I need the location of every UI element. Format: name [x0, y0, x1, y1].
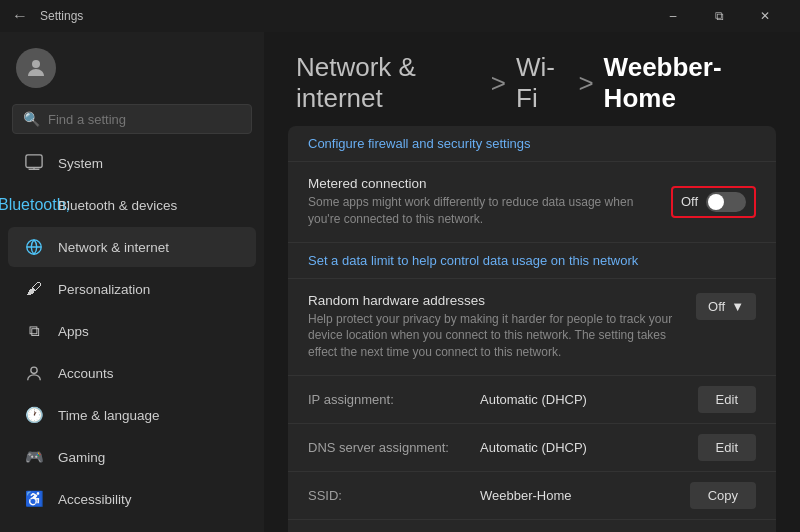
breadcrumb-sep-2: > [578, 68, 593, 99]
sidebar-profile [0, 32, 264, 100]
svg-rect-1 [26, 155, 42, 168]
metered-row: Metered connection Some apps might work … [288, 162, 776, 243]
bluetooth-icon: Bluetooth; [24, 195, 44, 215]
sidebar: 🔍 System Bluetooth; Bluetooth & devices … [0, 32, 264, 532]
sidebar-item-label-accessibility: Accessibility [58, 492, 132, 507]
table-row-dns: DNS server assignment: Automatic (DHCP) … [288, 424, 776, 472]
sidebar-item-gaming[interactable]: 🎮 Gaming [8, 437, 256, 477]
sidebar-item-bluetooth[interactable]: Bluetooth; Bluetooth & devices [8, 185, 256, 225]
table-row-ip: IP assignment: Automatic (DHCP) Edit [288, 376, 776, 424]
sidebar-item-privacy[interactable]: Privacy & security [8, 521, 256, 532]
close-button[interactable]: ✕ [742, 0, 788, 32]
sidebar-item-network[interactable]: Network & internet [8, 227, 256, 267]
search-box[interactable]: 🔍 [12, 104, 252, 134]
gaming-icon: 🎮 [24, 447, 44, 467]
breadcrumb-3: Weebber-Home [604, 52, 768, 114]
ip-key: IP assignment: [308, 392, 468, 407]
firewall-link[interactable]: Configure firewall and security settings [288, 126, 776, 162]
chevron-down-icon: ▼ [731, 299, 744, 314]
sidebar-item-label-accounts: Accounts [58, 366, 114, 381]
sidebar-item-label-network: Network & internet [58, 240, 169, 255]
apps-icon: ⧉ [24, 321, 44, 341]
hardware-dropdown-label: Off [708, 299, 725, 314]
sidebar-item-label-gaming: Gaming [58, 450, 105, 465]
accounts-icon [24, 363, 44, 383]
metered-info: Metered connection Some apps might work … [308, 176, 659, 228]
sidebar-item-label-personalization: Personalization [58, 282, 150, 297]
breadcrumb-1: Network & internet [296, 52, 481, 114]
network-icon [24, 237, 44, 257]
table-row-ssid: SSID: Weebber-Home Copy [288, 472, 776, 520]
table-row-protocol: Protocol: Wi-Fi 4 (802.11n) [288, 520, 776, 532]
dns-edit-button[interactable]: Edit [698, 434, 756, 461]
metered-desc: Some apps might work differently to redu… [308, 194, 659, 228]
hardware-desc: Help protect your privacy by making it h… [308, 311, 684, 361]
data-limit-link[interactable]: Set a data limit to help control data us… [288, 243, 776, 279]
dns-key: DNS server assignment: [308, 440, 468, 455]
sidebar-item-label-time: Time & language [58, 408, 160, 423]
sidebar-item-personalization[interactable]: 🖌 Personalization [8, 269, 256, 309]
svg-point-5 [31, 367, 37, 373]
sidebar-item-accounts[interactable]: Accounts [8, 353, 256, 393]
metered-toggle-container: Off [671, 186, 756, 218]
titlebar-title: Settings [40, 9, 83, 23]
time-icon: 🕐 [24, 405, 44, 425]
metered-toggle[interactable] [706, 192, 746, 212]
ssid-value: Weebber-Home [480, 488, 678, 503]
page-header: Network & internet > Wi-Fi > Weebber-Hom… [264, 32, 800, 126]
hardware-row: Random hardware addresses Help protect y… [288, 279, 776, 376]
ip-edit-button[interactable]: Edit [698, 386, 756, 413]
metered-label: Metered connection [308, 176, 659, 191]
avatar [16, 48, 56, 88]
hardware-info: Random hardware addresses Help protect y… [308, 293, 684, 361]
sidebar-item-accessibility[interactable]: ♿ Accessibility [8, 479, 256, 519]
sidebar-item-time[interactable]: 🕐 Time & language [8, 395, 256, 435]
search-input[interactable] [48, 112, 241, 127]
ssid-key: SSID: [308, 488, 468, 503]
back-button[interactable]: ← [12, 7, 28, 25]
main-content: Network & internet > Wi-Fi > Weebber-Hom… [264, 32, 800, 532]
app-body: 🔍 System Bluetooth; Bluetooth & devices … [0, 32, 800, 532]
titlebar-left: ← Settings [12, 7, 83, 25]
personalization-icon: 🖌 [24, 279, 44, 299]
svg-point-0 [32, 60, 40, 68]
minimize-button[interactable]: – [650, 0, 696, 32]
metered-toggle-label: Off [681, 194, 698, 209]
sidebar-item-apps[interactable]: ⧉ Apps [8, 311, 256, 351]
dns-value: Automatic (DHCP) [480, 440, 686, 455]
sidebar-item-label-bluetooth: Bluetooth & devices [58, 198, 177, 213]
system-icon [24, 153, 44, 173]
maximize-button[interactable]: ⧉ [696, 0, 742, 32]
breadcrumb-sep-1: > [491, 68, 506, 99]
sidebar-item-label-system: System [58, 156, 103, 171]
hardware-dropdown[interactable]: Off ▼ [696, 293, 756, 320]
ip-value: Automatic (DHCP) [480, 392, 686, 407]
ssid-copy-button[interactable]: Copy [690, 482, 756, 509]
accessibility-icon: ♿ [24, 489, 44, 509]
toggle-knob [708, 194, 724, 210]
hardware-label: Random hardware addresses [308, 293, 684, 308]
titlebar-controls: – ⧉ ✕ [650, 0, 788, 32]
breadcrumb-2: Wi-Fi [516, 52, 568, 114]
main-section: Configure firewall and security settings… [288, 126, 776, 532]
titlebar: ← Settings – ⧉ ✕ [0, 0, 800, 32]
search-icon: 🔍 [23, 111, 40, 127]
sidebar-item-system[interactable]: System [8, 143, 256, 183]
sidebar-item-label-apps: Apps [58, 324, 89, 339]
